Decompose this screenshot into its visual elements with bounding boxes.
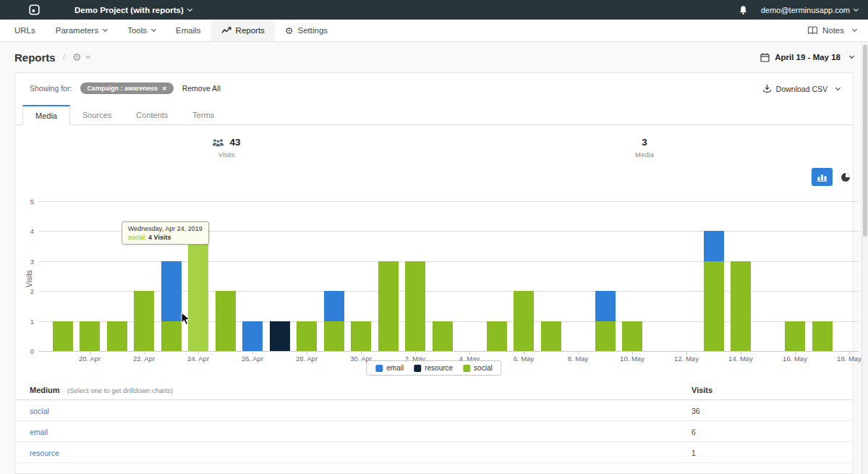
- notification-bell-icon[interactable]: [739, 5, 748, 15]
- account-email: demo@terminusapp.com: [761, 6, 850, 14]
- chevron-down-icon: [849, 54, 854, 59]
- nav-item-tools[interactable]: Tools: [117, 20, 166, 41]
- report-settings-menu[interactable]: ⚙: [72, 52, 90, 62]
- date-range-picker[interactable]: April 19 - May 18: [760, 53, 854, 62]
- bar-may2-social[interactable]: [405, 261, 425, 351]
- table-row[interactable]: resource1: [15, 442, 853, 463]
- tooltip-date: Wednesday, Apr 24, 2019: [128, 225, 203, 232]
- bar-apr30-social[interactable]: [351, 321, 371, 351]
- bar-may16-social[interactable]: [785, 321, 805, 351]
- scrollbar-track[interactable]: [861, 42, 868, 474]
- bar-may10-social[interactable]: [622, 321, 642, 351]
- gridline: [39, 351, 859, 352]
- nav-item-urls[interactable]: URLs: [4, 20, 46, 41]
- nav-item-label: Tools: [127, 26, 147, 35]
- bar-apr25-social[interactable]: [216, 291, 236, 351]
- bar-may17-social[interactable]: [812, 321, 833, 351]
- gear-icon: ⚙: [285, 26, 294, 35]
- bar-apr19-social[interactable]: [53, 321, 73, 351]
- nav-item-settings[interactable]: ⚙Settings: [275, 20, 338, 41]
- x-tick-label: 22. Apr: [122, 355, 166, 363]
- notes-button[interactable]: Notes: [807, 20, 856, 41]
- y-axis-title: Visits: [25, 270, 33, 287]
- x-tick-label: 10. May: [610, 355, 654, 363]
- legend-item-email[interactable]: email: [375, 364, 404, 372]
- medium-column-header[interactable]: Medium: [30, 386, 60, 394]
- nav-item-reports[interactable]: Reports: [211, 20, 275, 41]
- report-card: Showing for: Campaign : awareness✕ Remov…: [14, 72, 854, 474]
- bar-may13-social[interactable]: [704, 261, 724, 351]
- bar-apr27-resource[interactable]: [270, 321, 290, 351]
- chevron-down-icon: [854, 6, 859, 11]
- date-range-value: April 19 - May 18: [775, 53, 841, 62]
- page-heading: Reports / ⚙ April 19 - May 18: [0, 42, 868, 72]
- bar-apr23-social[interactable]: [161, 321, 182, 351]
- gridline: [39, 201, 859, 202]
- medium-column-hint: (Select one to get drilldown charts): [67, 386, 173, 394]
- account-menu[interactable]: demo@terminusapp.com: [761, 6, 858, 14]
- media-table: Medium (Select one to get drilldown char…: [15, 381, 853, 463]
- bar-apr29-social[interactable]: [324, 321, 344, 351]
- main-nav: URLsParametersToolsEmailsReports⚙Setting…: [0, 20, 868, 42]
- nav-item-label: Emails: [176, 26, 201, 35]
- nav-item-label: URLs: [14, 26, 35, 35]
- bar-apr20-social[interactable]: [80, 321, 100, 351]
- project-selector[interactable]: Demo Project (with reports): [75, 6, 192, 14]
- tooltip-value: 4 Visits: [148, 234, 171, 241]
- bar-may3-social[interactable]: [433, 321, 453, 351]
- y-tick-label: 0: [18, 347, 34, 355]
- bar-apr29-email[interactable]: [324, 291, 344, 321]
- visits-value: 1: [692, 449, 696, 457]
- y-tick-label: 3: [18, 258, 34, 266]
- bar-apr22-social[interactable]: [134, 291, 154, 351]
- bar-apr24-social[interactable]: [188, 231, 208, 351]
- gear-icon: ⚙: [72, 52, 82, 62]
- legend-item-resource[interactable]: resource: [414, 364, 453, 372]
- bar-may9-email[interactable]: [595, 291, 616, 321]
- x-tick-label: 20. Apr: [68, 355, 111, 363]
- x-tick-label: 14. May: [719, 355, 762, 363]
- legend-label: email: [386, 364, 404, 372]
- top-bar: Demo Project (with reports) demo@terminu…: [0, 0, 868, 20]
- bar-apr21-social[interactable]: [107, 321, 127, 351]
- chevron-down-icon: [187, 6, 192, 11]
- chevron-down-icon: [151, 27, 156, 32]
- bar-apr23-email[interactable]: [161, 261, 182, 321]
- bar-apr26-email[interactable]: [242, 321, 263, 351]
- chevron-down-icon: [103, 27, 108, 32]
- legend-label: resource: [425, 364, 453, 372]
- nav-item-label: Parameters: [56, 26, 98, 35]
- chart-tooltip: Wednesday, Apr 24, 2019 social: 4 Visits: [122, 221, 209, 245]
- medium-link[interactable]: social: [30, 407, 49, 415]
- chart-line-icon: [221, 27, 231, 34]
- y-tick-label: 1: [18, 318, 34, 326]
- visits-value: 36: [692, 407, 700, 415]
- medium-link[interactable]: email: [30, 428, 48, 436]
- bar-may6-social[interactable]: [514, 291, 534, 351]
- visits-column-header[interactable]: Visits: [692, 386, 712, 394]
- scrollbar-thumb[interactable]: [863, 45, 867, 237]
- notes-label: Notes: [822, 26, 844, 35]
- table-header: Medium (Select one to get drilldown char…: [15, 381, 853, 400]
- visits-value: 6: [692, 428, 696, 436]
- bar-may14-social[interactable]: [731, 261, 751, 351]
- nav-item-parameters[interactable]: Parameters: [46, 20, 117, 41]
- chart-legend: emailresourcesocial: [366, 360, 501, 376]
- bar-may9-social[interactable]: [595, 321, 616, 351]
- app-logo-icon[interactable]: [29, 4, 40, 15]
- bar-may1-social[interactable]: [378, 261, 399, 351]
- legend-item-social[interactable]: social: [463, 364, 493, 372]
- bar-may5-social[interactable]: [487, 321, 507, 351]
- bar-may13-email[interactable]: [704, 231, 724, 261]
- nav-item-emails[interactable]: Emails: [166, 20, 211, 41]
- bar-apr28-social[interactable]: [297, 321, 317, 351]
- table-row[interactable]: email6: [15, 421, 853, 442]
- legend-swatch-resource: [414, 365, 421, 372]
- bar-may7-social[interactable]: [541, 321, 561, 351]
- x-tick-label: 6. May: [502, 355, 545, 363]
- chevron-down-icon: [85, 54, 90, 59]
- nav-item-label: Settings: [298, 26, 328, 35]
- medium-link[interactable]: resource: [30, 449, 59, 457]
- project-name: Demo Project (with reports): [75, 6, 184, 14]
- table-row[interactable]: social36: [15, 400, 853, 421]
